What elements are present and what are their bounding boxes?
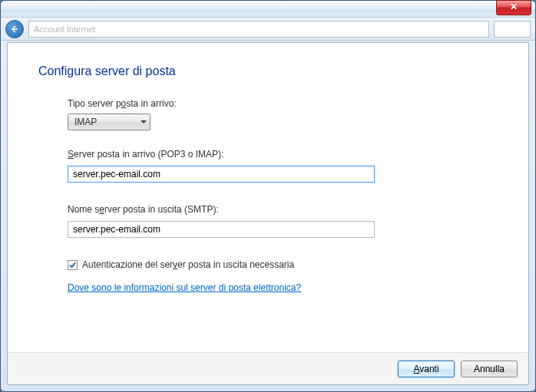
help-link[interactable]: Dove sono le informazioni sul server di … (68, 282, 301, 293)
outgoing-server-input[interactable] (68, 221, 375, 238)
wizard-content: Configura server di posta Tipo server po… (8, 43, 528, 352)
wizard-window: ✕ Account Internet Configura server di p… (0, 0, 536, 392)
footer: Avanti Annulla (8, 352, 528, 384)
content-panel: Configura server di posta Tipo server po… (7, 42, 529, 385)
auth-checkbox[interactable] (68, 260, 78, 270)
auth-checkbox-row: Autenticazione del server posta in uscit… (68, 259, 407, 270)
toolbar: Account Internet (1, 18, 535, 41)
arrow-left-icon (10, 25, 19, 34)
address-text: Account Internet (34, 25, 95, 34)
back-button[interactable] (5, 20, 24, 38)
chevron-down-icon (141, 120, 147, 124)
incoming-server-label: Server posta in arrivo (POP3 o IMAP): (68, 149, 407, 160)
address-bar[interactable]: Account Internet (28, 21, 489, 38)
server-type-label: Tipo server posta in arrivo: (68, 98, 407, 109)
next-button[interactable]: Avanti (398, 361, 455, 377)
auth-checkbox-label: Autenticazione del server posta in uscit… (82, 259, 294, 270)
outgoing-server-label: Nome server posta in uscita (SMTP): (68, 204, 407, 215)
check-icon (68, 261, 77, 269)
page-title: Configura server di posta (38, 64, 498, 78)
server-type-select[interactable]: IMAP (68, 114, 151, 130)
server-type-value: IMAP (74, 117, 97, 127)
search-box[interactable] (494, 21, 531, 38)
incoming-server-input[interactable] (68, 166, 375, 183)
form-area: Tipo server posta in arrivo: IMAP Server… (38, 98, 407, 293)
titlebar: ✕ (1, 1, 535, 18)
cancel-button[interactable]: Annulla (461, 361, 518, 377)
close-button[interactable]: ✕ (496, 0, 531, 15)
